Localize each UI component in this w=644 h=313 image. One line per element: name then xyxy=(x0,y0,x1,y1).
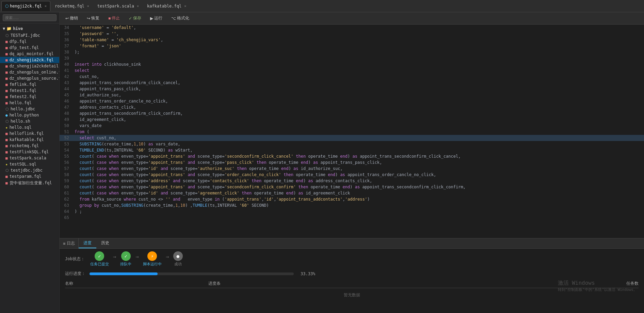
python-icon: ● xyxy=(5,113,8,118)
tab-close-hengji2ck[interactable]: ✕ xyxy=(45,4,47,8)
format-button[interactable]: ⌥ 格式化 xyxy=(168,14,192,22)
step-label-3: 成功 xyxy=(174,262,182,267)
sidebar-item-16[interactable]: ■helloflink.fql xyxy=(0,130,59,137)
sidebar-item-0[interactable]: ⬡TESTaPI.jdbc xyxy=(0,32,59,38)
code-line-36: 36 'table-name' = 'ch_shengjia_vars', xyxy=(60,37,644,43)
item-label-16: helloflink.fql xyxy=(10,131,44,136)
job-step-3: ● 成功 xyxy=(173,251,183,267)
fql-icon-1: ■ xyxy=(5,40,8,44)
sidebar-item-21[interactable]: ★testSQL.sql xyxy=(0,161,59,167)
tab-icon-hengji2ck: ⬡ xyxy=(5,4,9,9)
sidebar-item-6[interactable]: ■dz_shengplus_online.fql xyxy=(0,69,59,75)
sidebar-item-5[interactable]: ■dz_shengjia2ckdetail.fql xyxy=(0,63,59,69)
fql-icon-8: ■ xyxy=(5,82,8,87)
code-line-47: 47 address_contacts_click, xyxy=(60,104,644,110)
fql-icon-2: ■ xyxy=(5,46,8,50)
sidebar-item-4[interactable]: ■dz_shengjia2ck.fql xyxy=(0,57,59,63)
sidebar-item-1[interactable]: ■dfp.fql xyxy=(0,38,59,45)
item-label-23: testparam.fql xyxy=(10,174,42,179)
save-button[interactable]: ✓ 保存 xyxy=(126,14,144,22)
fql-icon-4: ■ xyxy=(5,58,8,62)
step-label-2: 脚本运行中 xyxy=(143,262,162,267)
redo-button[interactable]: ↪ 恢复 xyxy=(84,14,102,22)
redo-icon: ↪ xyxy=(87,16,90,21)
item-label-15: hello.sql xyxy=(10,125,32,130)
search-input[interactable] xyxy=(3,14,57,21)
sidebar-item-24[interactable]: ■货中省加衍生变量.fql xyxy=(0,179,59,187)
tab-hengji2ck[interactable]: ⬡ hengji2ck.fql ✕ xyxy=(1,1,50,11)
sidebar-item-20[interactable]: ■testSpark.scala xyxy=(0,155,59,161)
fql-icon-23: ■ xyxy=(5,174,8,179)
item-label-5: dz_shengjia2ckdetail.fql xyxy=(10,64,59,68)
tab-rocketmq[interactable]: rocketmq.fql ✕ xyxy=(51,1,93,11)
item-label-3: dq_api_mointor.fql xyxy=(10,51,54,56)
hive-folder-icon: 📁 xyxy=(6,26,12,31)
item-label-0: TESTaPI.jdbc xyxy=(11,33,40,38)
item-label-11: hello.fql xyxy=(10,100,32,105)
sidebar-item-19[interactable]: ■testFlinkSQL.fql xyxy=(0,149,59,155)
sidebar: ▼ 📁 hive ⬡TESTaPI.jdbc ■dfp.fql ■dfp_tes… xyxy=(0,12,60,313)
sidebar-item-14[interactable]: ⬡hello.sh xyxy=(0,118,59,124)
save-label: 保存 xyxy=(133,15,141,21)
item-label-17: kafkatable.fql xyxy=(10,137,44,142)
undo-button[interactable]: ↩ 撤销 xyxy=(62,14,81,22)
code-line-59: 59 count( case when enven_type='address'… xyxy=(60,178,644,184)
tab-close-testspark[interactable]: ✕ xyxy=(137,4,139,8)
stop-label: 停止 xyxy=(112,15,120,21)
sidebar-item-11[interactable]: ■hello.fql xyxy=(0,100,59,106)
item-label-24: 货中省加衍生变量.fql xyxy=(10,180,52,186)
main-layout: ▼ 📁 hive ⬡TESTaPI.jdbc ■dfp.fql ■dfp_tes… xyxy=(0,12,644,313)
sidebar-item-12[interactable]: ⬡hello.jdbc xyxy=(0,106,59,112)
tab-kafkatable[interactable]: kafkatable.fql ✕ xyxy=(143,1,190,11)
check-icon: ✓ xyxy=(129,16,132,21)
sidebar-item-3[interactable]: ■dq_api_mointor.fql xyxy=(0,51,59,57)
item-label-18: rocketmq.fql xyxy=(10,143,39,148)
sidebar-item-2[interactable]: ■dfp_test.fql xyxy=(0,45,59,51)
code-line-61: 61 count( case when enven_type='id' and … xyxy=(60,190,644,196)
sidebar-item-22[interactable]: ⬡testjdbc.jdbc xyxy=(0,167,59,173)
sidebar-item-8[interactable]: ■fmflink.fql xyxy=(0,81,59,88)
log-icon: ≡ xyxy=(63,241,65,246)
run-label: 运行 xyxy=(154,15,162,21)
item-label-7: dz_shengplus_source.fql xyxy=(10,76,59,81)
sidebar-item-15[interactable]: ★hello.sql xyxy=(0,124,59,130)
item-label-19: testFlinkSQL.fql xyxy=(10,150,49,154)
code-line-60: 60 count( case when enven_type='appoint_… xyxy=(60,184,644,190)
sidebar-item-10[interactable]: ■fmtest2.fql xyxy=(0,94,59,100)
sidebar-item-23[interactable]: ■testparam.fql xyxy=(0,173,59,179)
tab-history[interactable]: 历史 xyxy=(96,238,114,248)
table-header: 名称 进度条 任务数 xyxy=(65,279,639,288)
bottom-panel: ≡ 日志 进度 历史 Job状态： ✓ 任务已提交 xyxy=(60,238,644,313)
sidebar-item-13[interactable]: ●hello.python xyxy=(0,112,59,118)
fql-icon-6: ■ xyxy=(5,70,8,75)
code-line-65: 65 xyxy=(60,215,644,221)
job-step-1: ✓ 排队中 xyxy=(120,251,131,267)
fql-icon-3: ■ xyxy=(5,52,8,56)
fql-icon-11: ■ xyxy=(5,101,8,105)
stop-button[interactable]: ■ 停止 xyxy=(105,14,123,22)
fql-icon-17: ■ xyxy=(5,138,8,142)
tab-label-kafkatable: kafkatable.fql xyxy=(147,4,181,9)
sidebar-search-container xyxy=(0,12,59,24)
tree-root-hive[interactable]: ▼ 📁 hive xyxy=(0,25,59,32)
tab-progress[interactable]: 进度 xyxy=(79,238,96,248)
code-line-45: 45 id_authorize_suc, xyxy=(60,92,644,98)
undo-icon: ↩ xyxy=(65,16,69,21)
item-label-9: fmtest1.fql xyxy=(10,88,36,93)
item-label-13: hello.python xyxy=(10,113,39,118)
sidebar-item-9[interactable]: ■fmtest1.fql xyxy=(0,88,59,94)
step-label-1: 排队中 xyxy=(120,262,131,267)
run-button[interactable]: ▶ 运行 xyxy=(147,14,165,22)
stop-icon: ■ xyxy=(108,16,111,21)
code-line-35: 35 'password' = '', xyxy=(60,31,644,37)
tab-close-kafkatable[interactable]: ✕ xyxy=(184,4,186,8)
code-editor[interactable]: 34 'username' = 'default', 35 'password'… xyxy=(60,25,644,238)
sidebar-item-17[interactable]: ■kafkatable.fql xyxy=(0,137,59,143)
sidebar-item-18[interactable]: ■rocketmq.fql xyxy=(0,143,59,149)
tab-close-rocketmq[interactable]: ✕ xyxy=(87,4,89,8)
fql-icon-9: ■ xyxy=(5,89,8,93)
bottom-tabs: ≡ 日志 进度 历史 xyxy=(60,238,644,249)
sidebar-item-7[interactable]: ■dz_shengplus_source.fql xyxy=(0,75,59,81)
tab-testspark[interactable]: testSpark.scala ✕ xyxy=(94,1,143,11)
jdbc-icon-22: ⬡ xyxy=(5,168,9,173)
